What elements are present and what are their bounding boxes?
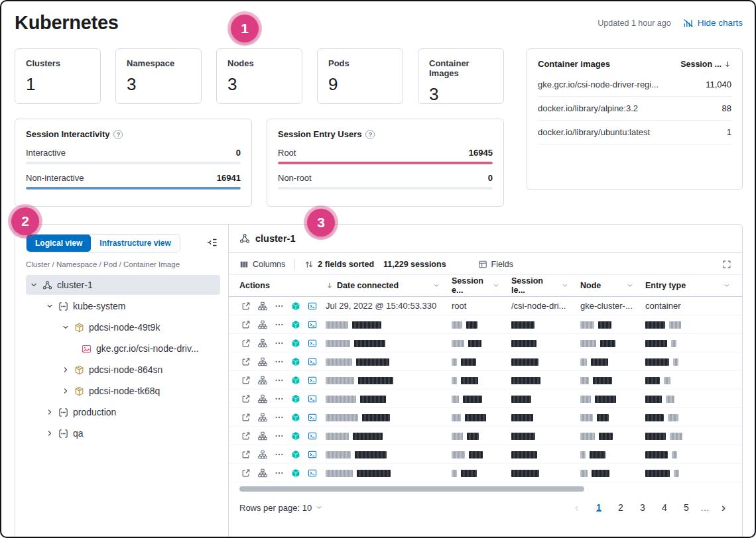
hide-charts-button[interactable]: Hide charts bbox=[683, 18, 743, 28]
chevron-down-icon[interactable] bbox=[562, 282, 568, 289]
analyze-event-button[interactable] bbox=[256, 318, 269, 331]
open-session-viewer-button[interactable] bbox=[306, 429, 319, 443]
table-row-redacted[interactable] bbox=[229, 334, 742, 352]
analyze-event-button[interactable] bbox=[256, 392, 269, 405]
open-session-viewer-button[interactable] bbox=[306, 299, 319, 313]
tree-item-pdcsi-node-49t9k[interactable]: pdcsi-node-49t9k bbox=[26, 317, 220, 337]
open-session-viewer-button[interactable] bbox=[306, 448, 319, 461]
fields-button[interactable]: Fields bbox=[478, 260, 513, 269]
analyze-event-button[interactable] bbox=[256, 337, 269, 350]
chevron-down-icon[interactable] bbox=[433, 282, 440, 289]
k8s-details-button[interactable] bbox=[289, 411, 302, 424]
analyze-event-button[interactable] bbox=[256, 448, 269, 461]
analyze-event-button[interactable] bbox=[256, 466, 269, 480]
k8s-details-button[interactable] bbox=[289, 466, 302, 480]
expand-session-button[interactable] bbox=[239, 392, 253, 405]
more-actions-button[interactable] bbox=[273, 429, 286, 443]
page-button-5[interactable]: 5 bbox=[678, 500, 694, 515]
more-actions-button[interactable] bbox=[273, 466, 286, 480]
page-button-3[interactable]: 3 bbox=[635, 500, 651, 515]
k8s-details-button[interactable] bbox=[289, 448, 302, 461]
expand-session-button[interactable] bbox=[239, 466, 253, 480]
table-row[interactable]: Jul 29, 2022 @ 15:40:53.330 root /csi-no… bbox=[229, 297, 742, 315]
more-actions-button[interactable] bbox=[273, 355, 286, 368]
open-session-viewer-button[interactable] bbox=[306, 337, 319, 350]
previous-page-button[interactable]: ‹ bbox=[569, 500, 585, 515]
chevron-right-icon[interactable] bbox=[46, 429, 54, 437]
tree-item-kube-system[interactable]: kube-system bbox=[26, 296, 220, 316]
chevron-down-icon[interactable] bbox=[493, 282, 499, 289]
k8s-details-button[interactable] bbox=[289, 318, 302, 331]
fullscreen-button[interactable] bbox=[722, 260, 731, 269]
page-button-4[interactable]: 4 bbox=[657, 500, 672, 515]
columns-button[interactable]: Columns bbox=[239, 260, 285, 269]
session-count-sort-button[interactable]: Session ... bbox=[680, 60, 731, 69]
open-session-viewer-button[interactable] bbox=[306, 392, 319, 405]
column-header-date-connected[interactable]: Date connected bbox=[326, 281, 452, 290]
table-row-redacted[interactable] bbox=[229, 427, 742, 445]
chevron-down-icon[interactable] bbox=[724, 282, 730, 289]
tree-item-pdcsi-node-864sn[interactable]: pdcsi-node-864sn bbox=[26, 360, 220, 380]
expand-session-button[interactable] bbox=[239, 448, 253, 461]
analyze-event-button[interactable] bbox=[256, 299, 269, 313]
expand-session-button[interactable] bbox=[239, 337, 253, 350]
more-actions-button[interactable] bbox=[273, 337, 286, 350]
analyze-event-button[interactable] bbox=[256, 355, 269, 368]
tree-item-container-image[interactable]: gke.gcr.io/csi-node-driv... bbox=[26, 339, 220, 358]
chevron-down-icon[interactable] bbox=[62, 323, 70, 331]
analyze-event-button[interactable] bbox=[256, 374, 269, 387]
expand-session-button[interactable] bbox=[239, 318, 253, 331]
expand-session-button[interactable] bbox=[239, 355, 253, 368]
tree-item-production[interactable]: production bbox=[26, 402, 220, 422]
k8s-details-button[interactable] bbox=[289, 392, 302, 405]
next-page-button[interactable]: › bbox=[716, 500, 731, 515]
expand-session-button[interactable] bbox=[239, 374, 253, 387]
logical-view-button[interactable]: Logical view bbox=[27, 235, 91, 252]
open-session-viewer-button[interactable] bbox=[306, 318, 319, 331]
tree-item-qa[interactable]: qa bbox=[26, 423, 220, 443]
chevron-down-icon[interactable] bbox=[627, 282, 633, 289]
column-header-session-leader[interactable]: Session le... bbox=[511, 276, 580, 295]
more-actions-button[interactable] bbox=[273, 392, 286, 405]
more-actions-button[interactable] bbox=[273, 411, 286, 424]
k8s-details-button[interactable] bbox=[289, 299, 302, 313]
table-row-redacted[interactable] bbox=[229, 315, 742, 334]
table-row-redacted[interactable] bbox=[229, 464, 742, 482]
expand-session-button[interactable] bbox=[239, 299, 253, 313]
tree-item-pdcsi-node-tk68q[interactable]: pdcsi-node-tk68q bbox=[26, 381, 220, 401]
chevron-right-icon[interactable] bbox=[62, 387, 70, 395]
chevron-down-icon[interactable] bbox=[46, 302, 54, 310]
column-header-node[interactable]: Node bbox=[580, 281, 645, 290]
more-actions-button[interactable] bbox=[273, 448, 286, 461]
infrastructure-view-button[interactable]: Infrastructure view bbox=[91, 235, 179, 252]
more-actions-button[interactable] bbox=[273, 299, 286, 313]
help-icon[interactable]: ? bbox=[113, 130, 123, 139]
k8s-details-button[interactable] bbox=[289, 429, 302, 443]
column-header-session-entry[interactable]: Session e... bbox=[452, 276, 511, 295]
table-row-redacted[interactable] bbox=[229, 390, 742, 408]
open-session-viewer-button[interactable] bbox=[306, 355, 319, 368]
analyze-event-button[interactable] bbox=[256, 429, 269, 443]
k8s-details-button[interactable] bbox=[289, 355, 302, 368]
help-icon[interactable]: ? bbox=[365, 130, 375, 139]
open-session-viewer-button[interactable] bbox=[306, 374, 319, 387]
more-actions-button[interactable] bbox=[273, 374, 286, 387]
table-row-redacted[interactable] bbox=[229, 408, 742, 427]
k8s-details-button[interactable] bbox=[289, 337, 302, 350]
collapse-tree-button[interactable] bbox=[204, 235, 220, 252]
table-row-redacted[interactable] bbox=[229, 352, 742, 371]
table-row-redacted[interactable] bbox=[229, 445, 742, 464]
chevron-right-icon[interactable] bbox=[62, 366, 70, 374]
page-button-1[interactable]: 1 bbox=[591, 500, 607, 515]
expand-session-button[interactable] bbox=[239, 429, 253, 443]
chevron-right-icon[interactable] bbox=[46, 408, 54, 416]
column-header-entry-type[interactable]: Entry type bbox=[645, 281, 742, 290]
tree-item-cluster-1[interactable]: cluster-1 bbox=[26, 275, 220, 295]
open-session-viewer-button[interactable] bbox=[306, 411, 319, 424]
page-button-2[interactable]: 2 bbox=[613, 500, 629, 515]
rows-per-page-button[interactable]: Rows per page: 10 bbox=[239, 503, 322, 513]
open-session-viewer-button[interactable] bbox=[306, 466, 319, 480]
chevron-down-icon[interactable] bbox=[30, 281, 38, 289]
k8s-details-button[interactable] bbox=[289, 374, 302, 387]
table-row-redacted[interactable] bbox=[229, 371, 742, 390]
